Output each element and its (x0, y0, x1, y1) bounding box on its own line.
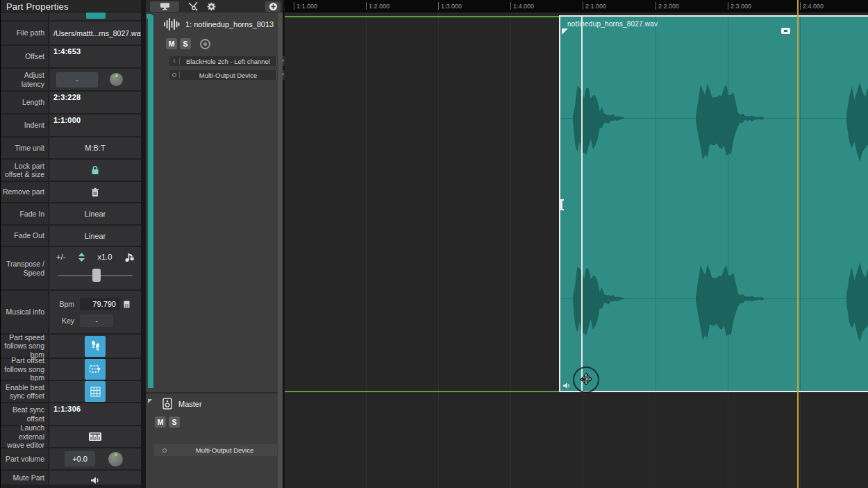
offset-value[interactable]: 1:4:653 (53, 47, 81, 56)
speed-slider[interactable] (58, 268, 133, 283)
ruler-tick (728, 2, 728, 10)
plus-icon (269, 2, 278, 11)
bar-gridline (510, 12, 511, 488)
mute-part-toggle[interactable] (49, 471, 141, 485)
master-output-dropdown[interactable]: Multi-Output Device (154, 444, 277, 456)
track-panel-scrollbar[interactable] (278, 12, 283, 488)
lock-part-label: Lock part offset & size (1, 160, 48, 180)
file-path-value[interactable]: /Users/mattt...rns_8027.wav (49, 29, 141, 37)
master-collapse-icon[interactable] (148, 399, 152, 403)
track-header-master[interactable]: Master M S Multi-Output Device (146, 392, 283, 488)
grid-icon (90, 387, 101, 397)
key-value[interactable]: - (80, 314, 113, 327)
wave-editor-icon (88, 432, 102, 441)
master-solo-button[interactable]: S (169, 417, 180, 428)
adjust-latency-value[interactable]: - (56, 72, 98, 87)
offset-follow-icon (89, 364, 101, 374)
transpose-spinner-icon[interactable] (78, 252, 85, 262)
beat-sync-offset-value[interactable]: 1:1:306 (53, 405, 81, 413)
remove-part-button[interactable] (49, 182, 141, 202)
arrangement-area[interactable]: notlinedup_horns_8027.wav 1:1.000 1:2.00… (285, 0, 868, 488)
monitor-button[interactable] (150, 1, 179, 12)
part-speed-follows-toggle[interactable] (85, 336, 106, 357)
ruler-label: 1:4.000 (513, 3, 534, 10)
part-offset-follows-toggle[interactable] (85, 359, 106, 380)
track-header-audio1[interactable]: 1: notlinedup_horns_8013 M S I BlackHole… (146, 12, 283, 392)
ruler-tick (583, 2, 583, 10)
daw-window: Part Properties File path /Users/mattt..… (0, 0, 868, 488)
row-lock-part: Lock part offset & size (1, 160, 141, 180)
settings-button[interactable] (207, 2, 216, 11)
fade-in-handle[interactable] (562, 28, 568, 35)
add-track-button[interactable] (265, 1, 281, 12)
timeline-ruler[interactable]: 1:1.000 1:2.000 1:3.000 1:4.000 2:1.000 … (285, 0, 868, 12)
ruler-label: 2:4.000 (803, 3, 824, 10)
clip-speaker-icon[interactable] (562, 382, 571, 389)
part-volume-label: Part volume (1, 448, 48, 469)
part-volume-value[interactable]: +0.0 (65, 451, 95, 466)
part-volume-knob[interactable] (108, 452, 123, 466)
waveform-graphic (560, 17, 868, 391)
row-fade-in: Fade In Linear (1, 203, 141, 224)
latency-knob[interactable] (110, 73, 123, 86)
solo-button[interactable]: S (180, 38, 191, 49)
speed-slider-handle[interactable] (92, 269, 101, 282)
master-output-value: Multi-Output Device (172, 446, 277, 454)
ruler-label: 2:3.000 (731, 3, 751, 10)
record-arm-button[interactable] (200, 39, 210, 49)
fade-out-value[interactable]: Linear (85, 232, 106, 240)
row-musical-info: Musical info Bpm 79.790 Key - (1, 291, 141, 333)
mute-button[interactable]: M (166, 38, 177, 49)
indent-label: Indent (1, 115, 48, 136)
track-name[interactable]: 1: notlinedup_horns_8013 (185, 20, 274, 28)
input-device-value: BlackHole 2ch - Left channel (180, 58, 276, 65)
track-color-bar (148, 15, 153, 388)
length-value[interactable]: 2:3:228 (53, 93, 81, 101)
row-length: Length 2:3:228 (1, 92, 141, 113)
beat-sync-marker[interactable] (581, 17, 583, 391)
fade-in-label: Fade In (1, 203, 48, 224)
enable-beat-sync-label: Enable beat sync offset (1, 381, 48, 402)
panel-divider (141, 0, 146, 488)
enable-beat-sync-toggle[interactable] (85, 381, 106, 402)
bpm-label: Bpm (49, 300, 80, 308)
scrolled-toggle-button[interactable] (86, 12, 106, 19)
lock-part-toggle[interactable] (49, 160, 141, 180)
clip-trim-handle[interactable] (560, 199, 564, 210)
indent-value[interactable]: 1:1:000 (53, 116, 81, 124)
ruler-tick (510, 2, 511, 10)
master-mute-button[interactable]: M (155, 417, 166, 428)
clip-name: notlinedup_horns_8027.wav (567, 20, 658, 28)
output-ring-icon (162, 448, 167, 453)
row-part-offset-follows: Part offset follows song bpm (1, 359, 141, 380)
key-label: Key (49, 317, 80, 325)
row-part-volume: Part volume +0.0 (1, 448, 141, 469)
bpm-value[interactable]: 79.790 (80, 298, 120, 310)
file-path-label: File path (1, 22, 48, 44)
master-track-name[interactable]: Master (178, 400, 202, 408)
time-unit-value[interactable]: M:B:T (85, 144, 105, 152)
bar-gridline (438, 12, 439, 488)
row-remove-part: Remove part (1, 182, 141, 202)
transpose-plusminus[interactable]: +/- (56, 253, 65, 261)
fade-in-value[interactable]: Linear (85, 210, 106, 218)
part-properties-panel: Part Properties File path /Users/mattt..… (0, 0, 141, 488)
audio-clip[interactable]: notlinedup_horns_8027.wav (559, 15, 868, 392)
playhead[interactable] (797, 0, 799, 488)
loop-badge-icon[interactable] (781, 28, 790, 34)
ruler-tick (656, 2, 656, 10)
speed-multiplier-value[interactable]: x1.0 (98, 253, 112, 261)
output-device-dropdown[interactable]: Multi-Output Device (169, 70, 286, 80)
ruler-label: 2:1.000 (585, 3, 606, 10)
ruler-tick (366, 2, 367, 10)
ruler-label: 1:2.000 (369, 3, 390, 10)
musical-info-label: Musical info (1, 291, 48, 333)
input-prefix: I (169, 58, 180, 65)
bar-gridline (366, 12, 367, 488)
launch-wave-editor-button[interactable] (49, 426, 141, 447)
input-device-dropdown[interactable]: I BlackHole 2ch - Left channel (169, 56, 286, 66)
note-lock-icon[interactable] (124, 251, 134, 262)
bpm-tap-icon[interactable] (124, 301, 130, 308)
lock-icon (91, 165, 99, 175)
routing-button[interactable] (187, 1, 199, 11)
